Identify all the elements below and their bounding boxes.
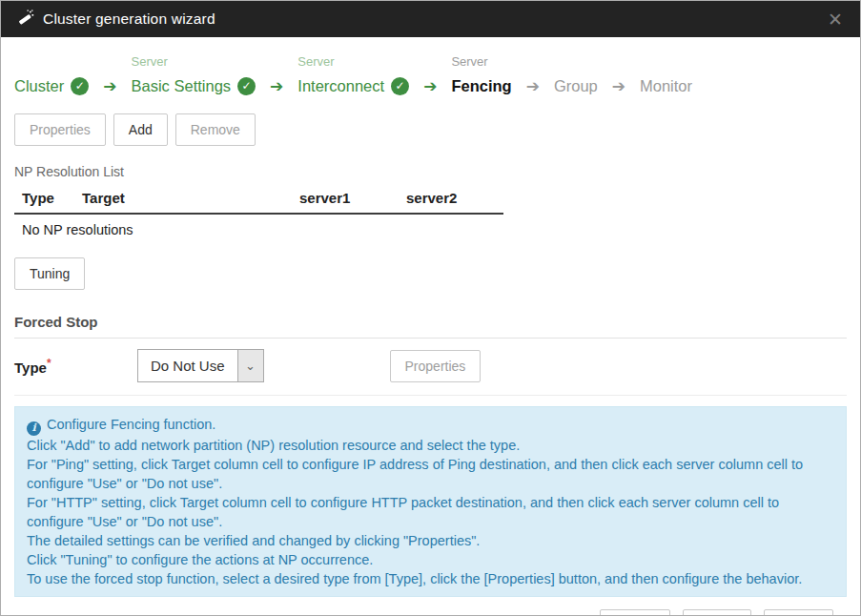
wand-icon xyxy=(14,9,35,30)
info-line: iConfigure Fencing function. xyxy=(27,415,834,436)
column-header-type: Type xyxy=(22,190,82,206)
required-marker: * xyxy=(47,357,51,370)
next-button[interactable]: Next ▶ xyxy=(683,609,751,616)
cancel-button[interactable]: Cancel xyxy=(764,609,833,616)
np-list-title: NP Resolution List xyxy=(14,164,847,179)
column-header-server2: server2 xyxy=(406,190,511,206)
tuning-button[interactable]: Tuning xyxy=(14,257,85,290)
step-group[interactable]: Group xyxy=(554,54,598,97)
np-table-header: Type Target server1 server2 xyxy=(14,185,503,215)
info-line: Click "Add" to add network partition (NP… xyxy=(27,436,834,455)
back-button[interactable]: ◀ Back xyxy=(600,609,670,616)
info-line-text: Configure Fencing function. xyxy=(47,417,215,432)
arrow-right-icon: ➔ xyxy=(103,74,116,97)
info-line: The detailed settings can be verified an… xyxy=(27,531,834,550)
properties-button[interactable]: Properties xyxy=(14,113,106,146)
check-circle-icon: ✓ xyxy=(237,77,256,95)
info-line: Click "Tuning" to configure the actions … xyxy=(27,550,834,569)
type-label-text: Type xyxy=(14,359,47,376)
add-button[interactable]: Add xyxy=(113,113,168,146)
column-header-target: Target xyxy=(82,190,299,206)
check-circle-icon: ✓ xyxy=(71,77,89,95)
cluster-generation-wizard-dialog: Cluster generation wizard ✕ Cluster ✓ ➔ … xyxy=(0,0,861,616)
footer: ◀ Back Next ▶ Cancel xyxy=(14,597,847,616)
chevron-down-icon: ⌄ xyxy=(237,350,263,381)
step-interconnect[interactable]: Server Interconnect ✓ xyxy=(297,54,409,97)
np-resolution-table: Type Target server1 server2 No NP resolu… xyxy=(14,185,503,237)
step-group-label xyxy=(554,54,598,74)
check-circle-icon: ✓ xyxy=(391,77,409,95)
step-label: Cluster xyxy=(14,77,64,95)
step-group-label xyxy=(14,54,89,74)
type-label: Type* xyxy=(14,357,137,376)
np-toolbar: Properties Add Remove xyxy=(14,113,847,146)
step-label: Group xyxy=(554,77,598,95)
forced-stop-type-row: Type* Do Not Use ⌄ Properties xyxy=(14,339,847,396)
titlebar: Cluster generation wizard ✕ xyxy=(1,1,860,37)
close-icon[interactable]: ✕ xyxy=(824,9,847,31)
info-box: iConfigure Fencing function. Click "Add"… xyxy=(14,406,847,597)
info-line: For "HTTP" setting, click Target column … xyxy=(27,493,834,531)
info-line: For "Ping" setting, click Target column … xyxy=(27,455,834,493)
wizard-stepper: Cluster ✓ ➔ Server Basic Settings ✓ ➔ Se… xyxy=(14,54,847,97)
arrow-right-icon: ➔ xyxy=(612,74,625,97)
select-value: Do Not Use xyxy=(138,350,237,381)
step-group-label: Server xyxy=(132,54,256,74)
dialog-content: Cluster ✓ ➔ Server Basic Settings ✓ ➔ Se… xyxy=(1,37,860,616)
window-title: Cluster generation wizard xyxy=(43,10,215,28)
forced-stop-heading: Forced Stop xyxy=(14,314,847,339)
step-label: Basic Settings xyxy=(132,77,232,95)
step-label: Monitor xyxy=(640,77,692,95)
step-basic-settings[interactable]: Server Basic Settings ✓ xyxy=(132,54,256,97)
step-label: Fencing xyxy=(451,77,511,95)
step-group-label: Server xyxy=(451,54,511,74)
step-fencing[interactable]: Server Fencing xyxy=(451,54,511,97)
step-cluster[interactable]: Cluster ✓ xyxy=(14,54,89,97)
remove-button[interactable]: Remove xyxy=(175,113,256,146)
forced-stop-properties-button[interactable]: Properties xyxy=(390,350,482,382)
step-monitor[interactable]: Monitor xyxy=(640,54,692,97)
step-group-label xyxy=(640,54,692,74)
forced-stop-type-select[interactable]: Do Not Use ⌄ xyxy=(137,349,264,382)
info-line: To use the forced stop function, select … xyxy=(27,569,834,588)
arrow-right-icon: ➔ xyxy=(423,74,437,97)
np-empty-message: No NP resolutions xyxy=(14,215,503,237)
column-header-server1: server1 xyxy=(299,190,406,206)
arrow-right-icon: ➔ xyxy=(270,74,283,97)
info-icon: i xyxy=(27,421,41,436)
step-group-label: Server xyxy=(297,54,409,74)
arrow-right-icon: ➔ xyxy=(526,74,540,97)
step-label: Interconnect xyxy=(297,77,384,95)
